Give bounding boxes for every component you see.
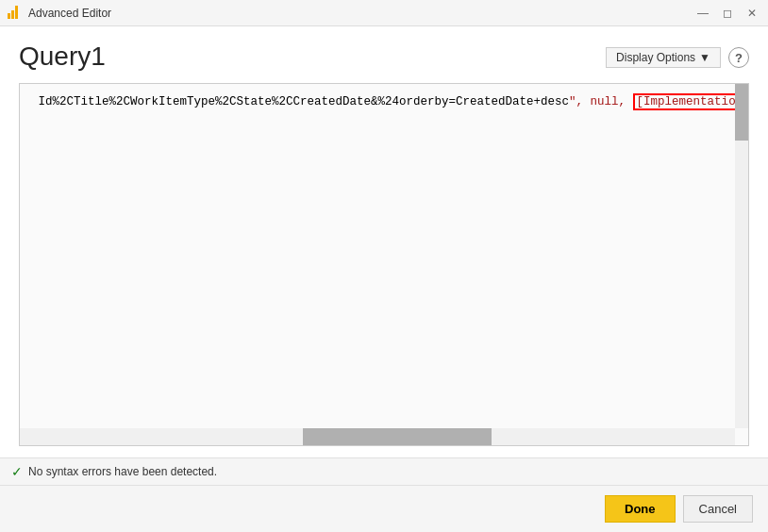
title-bar-text: Advanced Editor	[28, 7, 689, 20]
help-icon: ?	[735, 51, 743, 65]
done-button[interactable]: Done	[605, 495, 676, 523]
editor-scroll[interactable]: Id%2CTitle%2CWorkItemType%2CState%2CCrea…	[20, 84, 748, 445]
dropdown-chevron-icon: ▼	[699, 51, 710, 64]
status-message: No syntax errors have been detected.	[28, 465, 217, 478]
dialog-footer: Done Cancel	[0, 485, 768, 532]
vertical-scrollbar[interactable]	[735, 84, 748, 428]
title-bar: Advanced Editor — ◻ ✕	[0, 0, 768, 26]
minimize-button[interactable]: —	[694, 5, 711, 22]
status-bar: ✓ No syntax errors have been detected.	[0, 457, 768, 485]
dialog-title: Query1	[19, 42, 106, 72]
code-string-suffix: ", null,	[569, 95, 633, 108]
horizontal-scrollbar[interactable]	[20, 428, 735, 445]
display-options-button[interactable]: Display Options ▼	[606, 47, 721, 68]
code-highlighted: [Implementation="2.0"])	[633, 93, 748, 110]
title-bar-controls: — ◻ ✕	[694, 5, 760, 22]
code-prefix: Id%2CTitle%2CWorkItemType%2CState%2CCrea…	[31, 95, 569, 108]
app-icon	[8, 6, 23, 21]
horizontal-scrollbar-thumb[interactable]	[303, 428, 492, 445]
status-check-icon: ✓	[11, 464, 23, 479]
editor-area[interactable]: Id%2CTitle%2CWorkItemType%2CState%2CCrea…	[19, 83, 749, 446]
dialog-content: Query1 Display Options ▼ ? Id%2CTitle%2C…	[0, 26, 768, 457]
maximize-button[interactable]: ◻	[719, 5, 736, 22]
dialog-header: Query1 Display Options ▼ ?	[19, 42, 749, 72]
header-right: Display Options ▼ ?	[606, 47, 749, 68]
code-line-1: Id%2CTitle%2CWorkItemType%2CState%2CCrea…	[31, 93, 737, 111]
cancel-button[interactable]: Cancel	[683, 495, 753, 523]
close-button[interactable]: ✕	[743, 5, 760, 22]
display-options-label: Display Options	[616, 51, 695, 64]
help-button[interactable]: ?	[728, 47, 749, 68]
vertical-scrollbar-thumb[interactable]	[735, 84, 748, 141]
